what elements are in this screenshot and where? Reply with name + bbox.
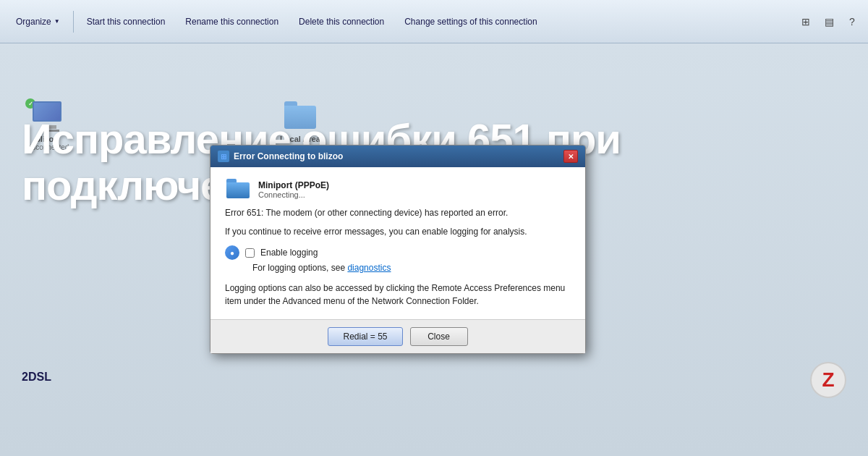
view-icon-button[interactable]: ⊞ [796, 12, 816, 32]
diagnostics-link[interactable]: diagnostics [347, 263, 391, 273]
dialog-close-button[interactable]: ✕ [563, 150, 578, 163]
enable-logging-label: Enable logging [260, 248, 318, 258]
change-settings-button[interactable]: Change settings of this connection [394, 11, 547, 33]
delete-label: Delete this connection [299, 17, 384, 27]
rename-connection-button[interactable]: Rename this connection [175, 11, 289, 33]
dialog-conn-name: Miniport (PPPoE) [258, 180, 329, 190]
z-logo: Z [810, 362, 846, 398]
enable-logging-row: ● Enable logging [225, 245, 571, 260]
start-connection-label: Start this connection [87, 17, 166, 27]
dialog-title-icon: ⊞ [218, 151, 229, 162]
logging-link-row: For logging options, see diagnostics [225, 263, 571, 273]
dialog-conn-status: Connecting... [258, 190, 329, 199]
toolbar: Organize Start this connection Rename th… [0, 0, 868, 43]
organize-label: Organize [16, 17, 51, 27]
change-settings-label: Change settings of this connection [404, 17, 537, 27]
dialog-body: Miniport (PPPoE) Connecting... Error 651… [210, 167, 585, 319]
delete-connection-button[interactable]: Delete this connection [289, 11, 394, 33]
dialog-conn-header: Miniport (PPPoE) Connecting... [225, 179, 571, 200]
rename-label: Rename this connection [185, 17, 278, 27]
dsl-label: 2DSL [22, 371, 51, 384]
error-message: Error 651: The modem (or other connectin… [225, 208, 571, 218]
toolbar-separator [73, 11, 74, 33]
content-area: ✓ blizoo Disconnected Local Area Connect… [0, 43, 868, 456]
dialog-footer: Redial = 55 Close [210, 319, 585, 353]
organize-button[interactable]: Organize [6, 11, 70, 33]
dialog-title-text: Error Connecting to blizoo [234, 151, 343, 161]
dialog-title-left: ⊞ Error Connecting to blizoo [218, 151, 343, 162]
close-button[interactable]: Close [410, 327, 468, 346]
logging-note: Logging options can also be accessed by … [225, 282, 571, 308]
toolbar-right: ⊞ ▤ ? [796, 12, 862, 32]
info-message: If you continue to receive error message… [225, 227, 571, 237]
start-connection-button[interactable]: Start this connection [77, 11, 176, 33]
help-icon-button[interactable]: ? [842, 12, 862, 32]
dialog-conn-info: Miniport (PPPoE) Connecting... [258, 180, 329, 199]
pane-icon-button[interactable]: ▤ [819, 12, 839, 32]
redial-button[interactable]: Redial = 55 [328, 327, 402, 346]
enable-logging-checkbox[interactable] [245, 248, 255, 258]
error-dialog: ⊞ Error Connecting to blizoo ✕ Miniport … [210, 145, 586, 354]
dialog-titlebar: ⊞ Error Connecting to blizoo ✕ [210, 145, 585, 167]
